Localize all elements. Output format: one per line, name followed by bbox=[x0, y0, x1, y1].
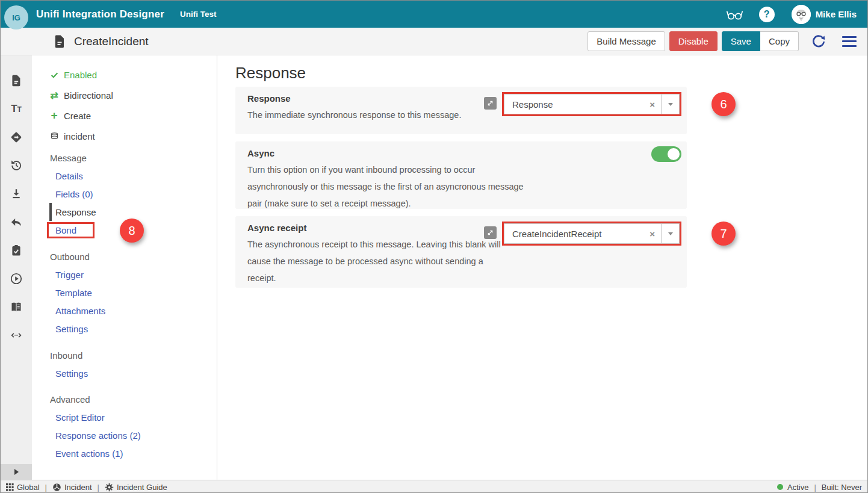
sidebar-item-trigger[interactable]: Trigger bbox=[32, 265, 217, 284]
section-outbound: Outbound bbox=[32, 247, 217, 265]
status-global[interactable]: Global bbox=[6, 483, 40, 492]
build-message-button[interactable]: Build Message bbox=[587, 31, 665, 51]
dropdown-caret-icon[interactable] bbox=[661, 95, 679, 114]
sidebar-item-outbound-settings[interactable]: Settings bbox=[32, 320, 217, 338]
toggle-knob bbox=[668, 148, 680, 160]
response-field-panel: Response The immediate synchronous respo… bbox=[235, 87, 687, 134]
body: Enabled ⇄ Bidirectional + Create inciden… bbox=[1, 55, 867, 480]
database-icon bbox=[49, 132, 60, 141]
menu-icon[interactable] bbox=[842, 36, 857, 47]
bidirectional-arrows-icon: ⇄ bbox=[49, 90, 60, 101]
incident-label: incident bbox=[64, 131, 95, 141]
sidebar-item-attachments[interactable]: Attachments bbox=[32, 302, 217, 320]
section-message: Message bbox=[32, 149, 217, 167]
clear-icon[interactable]: × bbox=[643, 229, 661, 239]
sidebar-item-fields[interactable]: Fields (0) bbox=[32, 185, 217, 203]
disable-button[interactable]: Disable bbox=[669, 31, 718, 51]
user-avatar[interactable] bbox=[792, 5, 811, 24]
sidebar-item-incident: incident bbox=[32, 126, 217, 146]
async-field-panel: Async Turn this option on if you want in… bbox=[235, 141, 687, 209]
section-inbound: Inbound bbox=[32, 346, 217, 364]
app-window: Unifi Integration Designer Unifi Test ? … bbox=[0, 0, 868, 493]
environment-label: Unifi Test bbox=[180, 10, 217, 19]
directions-icon[interactable] bbox=[1, 123, 32, 151]
async-receipt-field-description: The asynchronous receipt to this message… bbox=[247, 236, 524, 287]
tasks-icon[interactable] bbox=[1, 236, 32, 264]
icon-rail bbox=[1, 55, 32, 480]
help-icon[interactable]: ? bbox=[759, 7, 775, 22]
expand-arrow-icon bbox=[14, 469, 19, 475]
sidebar-item-event-actions[interactable]: Event actions (1) bbox=[32, 444, 217, 462]
check-icon bbox=[49, 71, 60, 79]
status-incident[interactable]: Incident bbox=[52, 483, 92, 492]
page-header: CreateIncident Build Message Disable Sav… bbox=[1, 28, 867, 55]
enabled-label: Enabled bbox=[64, 70, 97, 80]
sidebar-item-response-actions[interactable]: Response actions (2) bbox=[32, 426, 217, 444]
status-incident-guide[interactable]: Incident Guide bbox=[105, 483, 167, 492]
sidebar-item-inbound-settings[interactable]: Settings bbox=[32, 364, 217, 382]
integration-avatar[interactable]: IG bbox=[4, 5, 28, 29]
response-combobox-value[interactable]: Response bbox=[504, 99, 643, 110]
sidebar-item-bidirectional: ⇄ Bidirectional bbox=[32, 85, 217, 105]
open-reference-icon[interactable] bbox=[484, 226, 497, 239]
sidebar-nav: Enabled ⇄ Bidirectional + Create inciden… bbox=[32, 55, 217, 480]
create-label: Create bbox=[64, 111, 91, 121]
status-bar: Global | Incident | Incident Guide Activ… bbox=[1, 480, 867, 493]
reply-icon[interactable] bbox=[1, 208, 32, 236]
async-field-label: Async bbox=[247, 147, 675, 160]
annotation-badge-8: 8 bbox=[120, 219, 144, 243]
response-combobox[interactable]: Response × bbox=[504, 94, 680, 114]
sidebar-item-create: + Create bbox=[32, 105, 217, 126]
save-button[interactable]: Save bbox=[722, 31, 760, 51]
rail-expand-button[interactable] bbox=[1, 464, 32, 480]
process-icon bbox=[52, 483, 61, 492]
page-section-heading: Response bbox=[235, 63, 867, 82]
status-incident-guide-label: Incident Guide bbox=[117, 483, 167, 492]
history-icon[interactable] bbox=[1, 151, 32, 179]
app-title: Unifi Integration Designer bbox=[36, 8, 164, 20]
annotation-box-response-combo: Response × bbox=[502, 92, 681, 116]
spectacles-icon[interactable] bbox=[725, 7, 743, 22]
copy-button[interactable]: Copy bbox=[760, 31, 799, 51]
messages-icon[interactable] bbox=[1, 66, 32, 95]
separator: | bbox=[44, 483, 48, 492]
separator: | bbox=[96, 483, 101, 492]
clear-icon[interactable]: × bbox=[643, 99, 661, 110]
fields-text-icon[interactable] bbox=[1, 95, 32, 123]
async-receipt-combobox-value[interactable]: CreateIncidentReceipt bbox=[504, 229, 643, 239]
async-toggle-on[interactable] bbox=[651, 146, 681, 162]
dropdown-caret-icon[interactable] bbox=[661, 224, 679, 243]
grid-icon bbox=[6, 483, 14, 491]
top-bar: Unifi Integration Designer Unifi Test ? … bbox=[1, 1, 867, 28]
sidebar-item-details[interactable]: Details bbox=[32, 167, 217, 185]
annotation-badge-7: 7 bbox=[711, 222, 736, 246]
active-label: Active bbox=[787, 483, 808, 492]
response-field-description: The immediate synchronous response to th… bbox=[247, 107, 524, 123]
async-receipt-field-panel: Async receipt The asynchronous receipt t… bbox=[235, 216, 687, 288]
status-global-label: Global bbox=[17, 483, 40, 492]
annotation-badge-6: 6 bbox=[711, 92, 736, 116]
sidebar-item-enabled: Enabled bbox=[32, 64, 217, 85]
open-reference-icon[interactable] bbox=[484, 97, 497, 110]
download-icon[interactable] bbox=[1, 179, 32, 208]
section-advanced: Advanced bbox=[32, 390, 217, 408]
async-field-description: Turn this option on if you want inbound … bbox=[247, 161, 524, 212]
annotation-box-async-receipt-combo: CreateIncidentReceipt × bbox=[502, 222, 681, 246]
main-content: Response Response The immediate synchron… bbox=[218, 55, 867, 480]
sidebar-item-script-editor[interactable]: Script Editor bbox=[32, 408, 217, 426]
bidirectional-label: Bidirectional bbox=[64, 90, 113, 101]
async-receipt-combobox[interactable]: CreateIncidentReceipt × bbox=[504, 223, 680, 244]
sidebar-item-template[interactable]: Template bbox=[32, 284, 217, 302]
plus-icon: + bbox=[49, 111, 60, 120]
message-document-icon bbox=[52, 34, 67, 49]
code-icon[interactable] bbox=[1, 321, 32, 349]
user-name: Mike Ellis bbox=[816, 9, 857, 19]
gear-icon bbox=[105, 483, 114, 492]
documentation-icon[interactable] bbox=[1, 293, 32, 321]
status-incident-label: Incident bbox=[64, 483, 92, 492]
refresh-icon[interactable] bbox=[811, 34, 826, 49]
built-label: Built: Never bbox=[822, 483, 862, 492]
record-title: CreateIncident bbox=[74, 35, 149, 48]
play-icon[interactable] bbox=[1, 264, 32, 293]
active-status-icon bbox=[777, 484, 783, 490]
